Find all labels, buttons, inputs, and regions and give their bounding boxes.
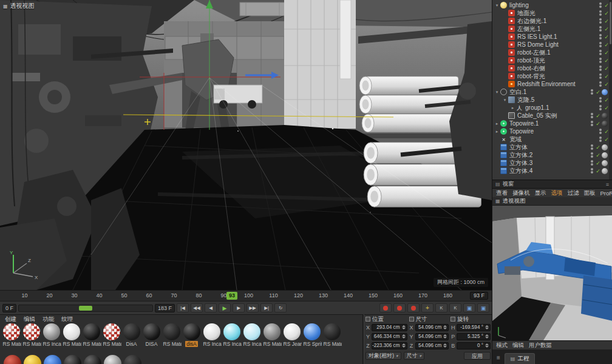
- object-row[interactable]: 立方体.2 ✓: [492, 151, 612, 159]
- object-row[interactable]: 宽域 ✓: [492, 135, 612, 143]
- material-menu-item[interactable]: 功能: [42, 315, 54, 322]
- object-row[interactable]: RS IES Light.1 ✓: [492, 33, 612, 41]
- spinner-icon[interactable]: [442, 334, 448, 339]
- spinner-icon[interactable]: [401, 334, 407, 339]
- spinner-icon[interactable]: [442, 325, 448, 329]
- object-row[interactable]: 立方体 ✓: [492, 143, 612, 151]
- secondary-viewport[interactable]: [492, 206, 612, 340]
- material-item[interactable]: DISA: [141, 323, 162, 347]
- rotation-p-field[interactable]: 5.325 °: [457, 333, 491, 340]
- size-x-field[interactable]: 54.096 cm: [415, 324, 449, 331]
- visibility-dots-icon[interactable]: [597, 26, 603, 32]
- object-row[interactable]: robot-背光 ✓: [492, 72, 612, 80]
- material-item[interactable]: RS Mate: [322, 323, 342, 347]
- record-position-button[interactable]: [379, 303, 392, 312]
- solo-mode-button[interactable]: ▣: [477, 303, 489, 312]
- expand-caret-icon[interactable]: ▾: [494, 90, 500, 95]
- record-rotation-button[interactable]: [407, 303, 420, 312]
- material-item[interactable]: RS Mate: [81, 323, 101, 347]
- visibility-dots-icon[interactable]: [597, 105, 603, 110]
- visibility-dots-icon[interactable]: [597, 58, 603, 63]
- object-row[interactable]: 立方体.4 ✓: [492, 167, 612, 175]
- viewport-menu-icon[interactable]: ▦: [495, 198, 500, 204]
- material-item[interactable]: RS Incar: [41, 323, 61, 347]
- expand-caret-icon[interactable]: ▸: [510, 106, 515, 110]
- object-row[interactable]: robot-顶光 ✓: [492, 56, 612, 64]
- keyframe-selection-button[interactable]: ▣: [463, 303, 475, 312]
- object-row[interactable]: ▸ Topowire.1 ✓: [492, 120, 612, 127]
- visibility-dots-icon[interactable]: [597, 136, 603, 142]
- viewport-menu-item[interactable]: 选项: [551, 189, 563, 197]
- size-mode-select[interactable]: 尺寸▾: [404, 352, 425, 360]
- previous-frame-button[interactable]: ◀: [205, 303, 217, 312]
- visibility-dots-icon[interactable]: [597, 129, 603, 134]
- material-item[interactable]: RS Mate: [61, 323, 81, 347]
- material-item[interactable]: RS Incar: [202, 323, 222, 347]
- position-x-field[interactable]: 293.04 cm: [372, 324, 407, 331]
- viewport-menu-item[interactable]: ProRender: [600, 190, 612, 197]
- enabled-check-icon[interactable]: ✓: [594, 168, 602, 174]
- visibility-dots-icon[interactable]: [589, 160, 594, 166]
- record-parameter-button[interactable]: +: [421, 303, 433, 312]
- position-z-field[interactable]: -223.306 cm: [372, 342, 407, 349]
- visibility-dots-icon[interactable]: [597, 34, 603, 39]
- play-button[interactable]: ▶: [219, 303, 231, 312]
- visibility-dots-icon[interactable]: [597, 18, 603, 24]
- spinner-icon[interactable]: [401, 343, 407, 348]
- visibility-dots-icon[interactable]: [597, 81, 603, 87]
- visibility-dots-icon[interactable]: [589, 168, 594, 174]
- material-menu-item[interactable]: 纹理: [61, 315, 73, 322]
- expand-caret-icon[interactable]: ▾: [502, 98, 508, 103]
- material-item[interactable]: RS Sprit: [302, 323, 322, 347]
- previous-key-button[interactable]: ◀◀: [191, 303, 203, 312]
- viewport-menu-item[interactable]: 过滤: [568, 189, 579, 197]
- material-item[interactable]: DisA: [121, 323, 141, 347]
- go-to-end-button[interactable]: ▶|: [260, 303, 273, 312]
- visibility-dots-icon[interactable]: [597, 2, 603, 8]
- material-tag-icon[interactable]: [602, 144, 608, 150]
- attribute-menu-item[interactable]: 用户数据: [529, 342, 552, 349]
- next-key-button[interactable]: ▶▶: [246, 303, 259, 312]
- enabled-check-icon[interactable]: ✓: [594, 121, 602, 127]
- rotation-b-field[interactable]: 0 °: [457, 342, 491, 349]
- dock-menu-icon[interactable]: ≡: [495, 352, 502, 364]
- enabled-check-icon[interactable]: ✓: [594, 113, 602, 119]
- material-item[interactable]: RS Mate: [262, 323, 282, 347]
- object-row[interactable]: ▸ Topowire ✓: [492, 127, 612, 135]
- size-y-field[interactable]: 54.096 cm: [415, 333, 449, 340]
- viewport-menu-item[interactable]: 摄像机: [512, 189, 530, 197]
- expand-caret-icon[interactable]: ▸: [494, 121, 500, 126]
- spinner-icon[interactable]: [484, 334, 490, 339]
- object-row[interactable]: robot-右侧 ✓: [492, 64, 612, 72]
- material-item[interactable]: RS Mate: [21, 323, 41, 347]
- set-keyframe-button[interactable]: K: [449, 303, 461, 312]
- material-sphere-icon[interactable]: [124, 355, 141, 364]
- object-row[interactable]: ▸ group1.1 ✓: [492, 104, 612, 112]
- scrollbar-thumb[interactable]: [610, 2, 611, 44]
- visibility-dots-icon[interactable]: [597, 10, 603, 16]
- position-y-field[interactable]: 646.334 cm: [372, 333, 407, 340]
- timeline-slider-handle[interactable]: [79, 306, 92, 311]
- visibility-dots-icon[interactable]: [589, 152, 594, 158]
- material-tag-icon[interactable]: [602, 89, 608, 95]
- material-item[interactable]: RS Incar: [242, 323, 262, 347]
- viewport-menu-item[interactable]: 显示: [535, 189, 546, 197]
- viewport-panel-header[interactable]: ▤ 视窗 ≡: [492, 180, 612, 189]
- visibility-dots-icon[interactable]: [589, 121, 594, 126]
- next-frame-button[interactable]: ▶: [233, 303, 245, 312]
- apply-button[interactable]: 应用: [464, 352, 491, 360]
- material-tag-icon[interactable]: [602, 121, 608, 127]
- range-end-field[interactable]: 183 F: [155, 304, 175, 312]
- spinner-icon[interactable]: [484, 343, 490, 348]
- material-sphere-icon[interactable]: [64, 355, 81, 364]
- loop-button[interactable]: ↻: [274, 303, 287, 312]
- object-row[interactable]: 地面光 ✓: [492, 9, 612, 17]
- visibility-dots-icon[interactable]: [589, 113, 594, 118]
- main-viewport[interactable]: ▦ 透视视图 Y X Z 网格间距 : 1000 cm: [0, 0, 492, 290]
- material-tag-icon[interactable]: [602, 113, 608, 119]
- viewport-title[interactable]: ▦ 透视视图: [3, 2, 35, 10]
- enabled-check-icon[interactable]: ✓: [594, 89, 602, 95]
- size-z-field[interactable]: 54.096 cm: [415, 342, 449, 349]
- range-start-field[interactable]: 0 F: [2, 304, 16, 312]
- timeline-ruler[interactable]: 93 93 F 10203040506070809010011012013014…: [0, 290, 492, 301]
